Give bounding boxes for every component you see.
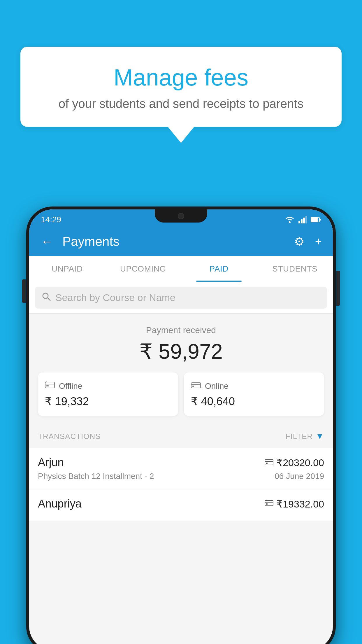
battery-icon [311,217,321,223]
svg-rect-3 [303,218,305,223]
offline-payment-card: Offline ₹ 19,332 [38,372,178,416]
phone-side-button-right [336,271,340,306]
filter-label: FILTER [286,432,313,441]
svg-rect-20 [265,501,273,506]
search-icon [42,292,51,303]
payment-type-icon-online [265,458,273,468]
settings-button[interactable]: ⚙ [292,232,307,251]
offline-card-header: Offline [45,381,171,391]
search-container: Search by Course or Name [29,282,333,314]
online-card-header: Online [191,381,317,391]
phone-camera [178,213,184,219]
transactions-label: TRANSACTIONS [38,432,101,441]
svg-point-0 [289,221,291,223]
svg-rect-6 [311,218,318,222]
payment-total-amount: ₹ 59,972 [38,339,324,364]
svg-rect-22 [266,503,268,505]
search-input[interactable]: Search by Course or Name [55,292,175,303]
speech-bubble-tail [168,127,194,143]
transaction-name: Anupriya [38,498,82,510]
transaction-row2: Physics Batch 12 Installment - 2 06 June… [38,472,324,481]
speech-bubble-subtitle: of your students and send receipts to pa… [38,97,324,111]
tab-unpaid[interactable]: UNPAID [29,256,105,282]
transaction-name: Arjun [38,456,64,469]
phone-side-button-left [22,279,26,303]
payment-type-icon-offline [265,499,273,509]
payment-received-label: Payment received [38,325,324,335]
add-button[interactable]: + [313,233,324,251]
svg-rect-4 [305,216,307,223]
filter-icon: ▼ [316,432,324,441]
svg-line-9 [48,298,50,300]
tab-paid[interactable]: PAID [181,256,257,282]
svg-rect-7 [320,219,321,220]
app-bar-title: Payments [62,234,286,249]
transaction-course: Physics Batch 12 Installment - 2 [38,472,154,481]
app-bar: ← Payments ⚙ + [29,227,333,256]
filter-button[interactable]: FILTER ▼ [286,432,324,441]
transaction-amount: ₹20320.00 [276,457,324,468]
svg-rect-16 [192,386,194,387]
transaction-item: Arjun ₹20320.00 Physics Batch 1 [29,448,333,489]
transaction-row1: Arjun ₹20320.00 [38,456,324,469]
transaction-row1: Anupriya ₹19332.00 [38,498,324,510]
payment-cards: Offline ₹ 19,332 Online [38,372,324,416]
svg-rect-17 [265,460,273,465]
svg-rect-1 [298,221,300,223]
online-icon [191,381,201,391]
svg-rect-19 [266,463,268,464]
back-button[interactable]: ← [38,231,57,252]
speech-bubble-wrapper: Manage fees of your students and send re… [20,47,342,143]
transaction-amount-row: ₹20320.00 [265,457,324,468]
transaction-date: 06 June 2019 [275,472,324,481]
transactions-header: TRANSACTIONS FILTER ▼ [29,425,333,448]
speech-bubble: Manage fees of your students and send re… [20,47,342,127]
tabs: UNPAID UPCOMING PAID STUDENTS [29,256,333,282]
transaction-amount-row: ₹19332.00 [265,498,324,510]
offline-icon [45,381,55,391]
offline-amount: ₹ 19,332 [45,395,171,408]
transaction-amount: ₹19332.00 [276,498,324,510]
svg-rect-12 [46,385,49,386]
tab-students[interactable]: STUDENTS [257,256,333,282]
app-bar-actions: ⚙ + [292,232,324,251]
payment-summary: Payment received ₹ 59,972 Offli [29,314,333,425]
signal-icon [298,216,307,223]
status-time: 14:29 [41,215,61,224]
transaction-item: Anupriya ₹19332.00 [29,489,333,522]
tab-upcoming[interactable]: UPCOMING [105,256,181,282]
speech-bubble-title: Manage fees [38,64,324,91]
status-icons [284,216,321,223]
svg-rect-14 [191,383,201,388]
phone-screen: 14:29 [29,209,333,644]
wifi-icon [284,216,295,223]
online-amount: ₹ 40,640 [191,395,317,408]
phone-notch [155,209,207,223]
phone-frame: 14:29 [26,206,336,644]
online-payment-card: Online ₹ 40,640 [184,372,324,416]
transaction-list: Arjun ₹20320.00 Physics Batch 1 [29,448,333,522]
svg-rect-10 [45,382,55,388]
online-type-label: Online [205,382,229,391]
offline-type-label: Offline [59,382,82,391]
svg-rect-2 [301,219,303,223]
search-box[interactable]: Search by Course or Name [35,287,327,309]
